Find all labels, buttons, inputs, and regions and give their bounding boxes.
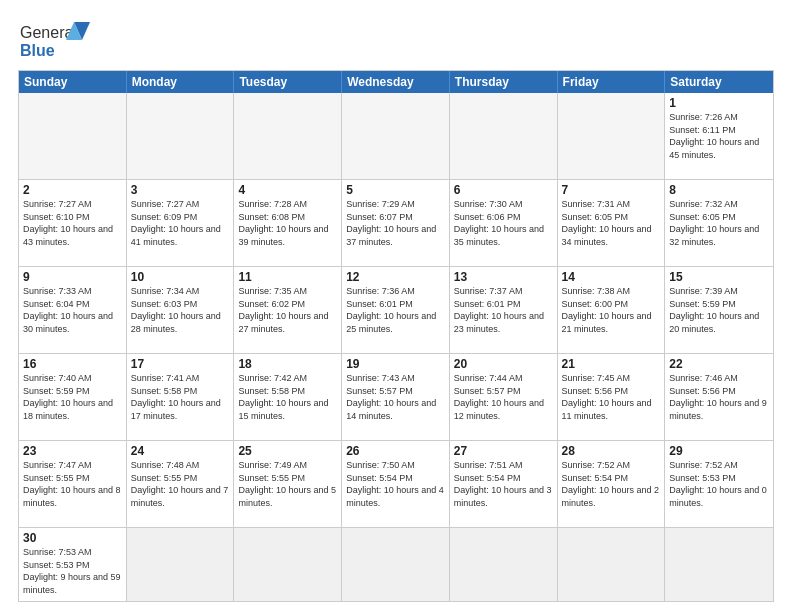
day-number: 23 xyxy=(23,444,122,458)
day-number: 6 xyxy=(454,183,553,197)
calendar-day-cell: 15Sunrise: 7:39 AM Sunset: 5:59 PM Dayli… xyxy=(665,267,773,353)
calendar-day-cell xyxy=(558,93,666,179)
calendar-day-cell xyxy=(342,93,450,179)
calendar-body: 1Sunrise: 7:26 AM Sunset: 6:11 PM Daylig… xyxy=(19,93,773,601)
day-number: 30 xyxy=(23,531,122,545)
calendar-day-cell: 11Sunrise: 7:35 AM Sunset: 6:02 PM Dayli… xyxy=(234,267,342,353)
day-number: 10 xyxy=(131,270,230,284)
day-info: Sunrise: 7:39 AM Sunset: 5:59 PM Dayligh… xyxy=(669,285,769,335)
calendar-week-row: 30Sunrise: 7:53 AM Sunset: 5:53 PM Dayli… xyxy=(19,527,773,601)
day-number: 26 xyxy=(346,444,445,458)
day-info: Sunrise: 7:50 AM Sunset: 5:54 PM Dayligh… xyxy=(346,459,445,509)
header: GeneralBlue xyxy=(18,18,774,62)
day-number: 24 xyxy=(131,444,230,458)
day-number: 17 xyxy=(131,357,230,371)
day-info: Sunrise: 7:51 AM Sunset: 5:54 PM Dayligh… xyxy=(454,459,553,509)
day-number: 13 xyxy=(454,270,553,284)
day-info: Sunrise: 7:44 AM Sunset: 5:57 PM Dayligh… xyxy=(454,372,553,422)
day-number: 14 xyxy=(562,270,661,284)
calendar-header-cell: Wednesday xyxy=(342,71,450,93)
day-number: 2 xyxy=(23,183,122,197)
calendar-week-row: 1Sunrise: 7:26 AM Sunset: 6:11 PM Daylig… xyxy=(19,93,773,179)
calendar-day-cell: 9Sunrise: 7:33 AM Sunset: 6:04 PM Daylig… xyxy=(19,267,127,353)
calendar-header-cell: Sunday xyxy=(19,71,127,93)
day-number: 22 xyxy=(669,357,769,371)
calendar-day-cell xyxy=(127,528,235,601)
calendar-day-cell: 8Sunrise: 7:32 AM Sunset: 6:05 PM Daylig… xyxy=(665,180,773,266)
day-number: 28 xyxy=(562,444,661,458)
calendar-week-row: 9Sunrise: 7:33 AM Sunset: 6:04 PM Daylig… xyxy=(19,266,773,353)
calendar-day-cell: 28Sunrise: 7:52 AM Sunset: 5:54 PM Dayli… xyxy=(558,441,666,527)
calendar-header-cell: Saturday xyxy=(665,71,773,93)
day-info: Sunrise: 7:38 AM Sunset: 6:00 PM Dayligh… xyxy=(562,285,661,335)
day-info: Sunrise: 7:52 AM Sunset: 5:53 PM Dayligh… xyxy=(669,459,769,509)
day-number: 21 xyxy=(562,357,661,371)
calendar-day-cell xyxy=(342,528,450,601)
day-info: Sunrise: 7:29 AM Sunset: 6:07 PM Dayligh… xyxy=(346,198,445,248)
day-info: Sunrise: 7:43 AM Sunset: 5:57 PM Dayligh… xyxy=(346,372,445,422)
calendar-header-cell: Monday xyxy=(127,71,235,93)
day-info: Sunrise: 7:27 AM Sunset: 6:10 PM Dayligh… xyxy=(23,198,122,248)
calendar-day-cell xyxy=(234,93,342,179)
calendar-day-cell: 24Sunrise: 7:48 AM Sunset: 5:55 PM Dayli… xyxy=(127,441,235,527)
day-number: 27 xyxy=(454,444,553,458)
calendar-day-cell: 1Sunrise: 7:26 AM Sunset: 6:11 PM Daylig… xyxy=(665,93,773,179)
calendar-day-cell: 23Sunrise: 7:47 AM Sunset: 5:55 PM Dayli… xyxy=(19,441,127,527)
calendar-header-cell: Friday xyxy=(558,71,666,93)
day-info: Sunrise: 7:27 AM Sunset: 6:09 PM Dayligh… xyxy=(131,198,230,248)
day-info: Sunrise: 7:28 AM Sunset: 6:08 PM Dayligh… xyxy=(238,198,337,248)
calendar-day-cell: 12Sunrise: 7:36 AM Sunset: 6:01 PM Dayli… xyxy=(342,267,450,353)
day-info: Sunrise: 7:31 AM Sunset: 6:05 PM Dayligh… xyxy=(562,198,661,248)
day-info: Sunrise: 7:35 AM Sunset: 6:02 PM Dayligh… xyxy=(238,285,337,335)
day-number: 3 xyxy=(131,183,230,197)
calendar-day-cell: 29Sunrise: 7:52 AM Sunset: 5:53 PM Dayli… xyxy=(665,441,773,527)
day-number: 11 xyxy=(238,270,337,284)
calendar-day-cell: 27Sunrise: 7:51 AM Sunset: 5:54 PM Dayli… xyxy=(450,441,558,527)
generalblue-logo-icon: GeneralBlue xyxy=(18,18,98,62)
calendar-day-cell xyxy=(558,528,666,601)
calendar-day-cell: 7Sunrise: 7:31 AM Sunset: 6:05 PM Daylig… xyxy=(558,180,666,266)
calendar: SundayMondayTuesdayWednesdayThursdayFrid… xyxy=(18,70,774,602)
calendar-day-cell xyxy=(450,93,558,179)
calendar-day-cell: 5Sunrise: 7:29 AM Sunset: 6:07 PM Daylig… xyxy=(342,180,450,266)
calendar-day-cell: 13Sunrise: 7:37 AM Sunset: 6:01 PM Dayli… xyxy=(450,267,558,353)
calendar-day-cell: 16Sunrise: 7:40 AM Sunset: 5:59 PM Dayli… xyxy=(19,354,127,440)
day-info: Sunrise: 7:30 AM Sunset: 6:06 PM Dayligh… xyxy=(454,198,553,248)
calendar-day-cell xyxy=(450,528,558,601)
day-number: 1 xyxy=(669,96,769,110)
day-info: Sunrise: 7:47 AM Sunset: 5:55 PM Dayligh… xyxy=(23,459,122,509)
day-info: Sunrise: 7:32 AM Sunset: 6:05 PM Dayligh… xyxy=(669,198,769,248)
day-info: Sunrise: 7:41 AM Sunset: 5:58 PM Dayligh… xyxy=(131,372,230,422)
page: GeneralBlue SundayMondayTuesdayWednesday… xyxy=(0,0,792,612)
logo: GeneralBlue xyxy=(18,18,98,62)
day-info: Sunrise: 7:34 AM Sunset: 6:03 PM Dayligh… xyxy=(131,285,230,335)
day-number: 29 xyxy=(669,444,769,458)
day-number: 7 xyxy=(562,183,661,197)
day-info: Sunrise: 7:33 AM Sunset: 6:04 PM Dayligh… xyxy=(23,285,122,335)
calendar-header-row: SundayMondayTuesdayWednesdayThursdayFrid… xyxy=(19,71,773,93)
calendar-day-cell xyxy=(127,93,235,179)
day-number: 25 xyxy=(238,444,337,458)
day-info: Sunrise: 7:40 AM Sunset: 5:59 PM Dayligh… xyxy=(23,372,122,422)
calendar-day-cell: 21Sunrise: 7:45 AM Sunset: 5:56 PM Dayli… xyxy=(558,354,666,440)
calendar-header-cell: Tuesday xyxy=(234,71,342,93)
day-info: Sunrise: 7:26 AM Sunset: 6:11 PM Dayligh… xyxy=(669,111,769,161)
calendar-day-cell: 25Sunrise: 7:49 AM Sunset: 5:55 PM Dayli… xyxy=(234,441,342,527)
calendar-day-cell: 30Sunrise: 7:53 AM Sunset: 5:53 PM Dayli… xyxy=(19,528,127,601)
calendar-day-cell: 17Sunrise: 7:41 AM Sunset: 5:58 PM Dayli… xyxy=(127,354,235,440)
calendar-week-row: 23Sunrise: 7:47 AM Sunset: 5:55 PM Dayli… xyxy=(19,440,773,527)
day-number: 15 xyxy=(669,270,769,284)
day-info: Sunrise: 7:45 AM Sunset: 5:56 PM Dayligh… xyxy=(562,372,661,422)
day-number: 19 xyxy=(346,357,445,371)
day-number: 4 xyxy=(238,183,337,197)
day-info: Sunrise: 7:48 AM Sunset: 5:55 PM Dayligh… xyxy=(131,459,230,509)
day-info: Sunrise: 7:37 AM Sunset: 6:01 PM Dayligh… xyxy=(454,285,553,335)
calendar-week-row: 16Sunrise: 7:40 AM Sunset: 5:59 PM Dayli… xyxy=(19,353,773,440)
calendar-day-cell: 3Sunrise: 7:27 AM Sunset: 6:09 PM Daylig… xyxy=(127,180,235,266)
day-info: Sunrise: 7:53 AM Sunset: 5:53 PM Dayligh… xyxy=(23,546,122,596)
calendar-week-row: 2Sunrise: 7:27 AM Sunset: 6:10 PM Daylig… xyxy=(19,179,773,266)
calendar-header-cell: Thursday xyxy=(450,71,558,93)
calendar-day-cell: 6Sunrise: 7:30 AM Sunset: 6:06 PM Daylig… xyxy=(450,180,558,266)
calendar-day-cell: 14Sunrise: 7:38 AM Sunset: 6:00 PM Dayli… xyxy=(558,267,666,353)
day-number: 16 xyxy=(23,357,122,371)
